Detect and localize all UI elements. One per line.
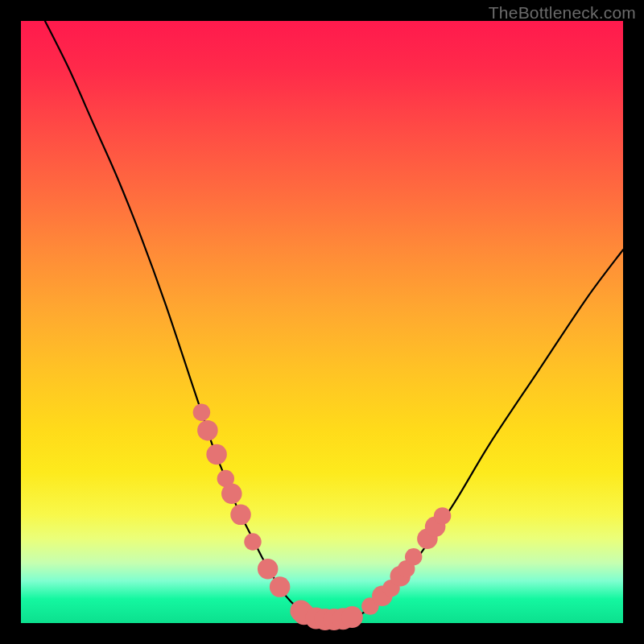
chart-frame: TheBottleneck.com (0, 0, 644, 644)
data-marker (244, 533, 261, 550)
data-marker (270, 576, 291, 597)
data-marker (405, 548, 422, 565)
data-marker (193, 403, 210, 420)
data-marker (230, 505, 251, 526)
bottleneck-curve (45, 21, 623, 621)
data-marker (434, 507, 451, 524)
chart-plot-area (21, 21, 623, 623)
data-marker (197, 420, 218, 441)
watermark-text: TheBottleneck.com (489, 3, 636, 23)
data-marker (206, 444, 227, 465)
data-marker (341, 606, 363, 628)
data-marker (258, 559, 279, 580)
curve-layer (45, 21, 623, 621)
data-marker (221, 483, 242, 504)
chart-svg (21, 21, 623, 623)
marker-layer (193, 403, 452, 630)
